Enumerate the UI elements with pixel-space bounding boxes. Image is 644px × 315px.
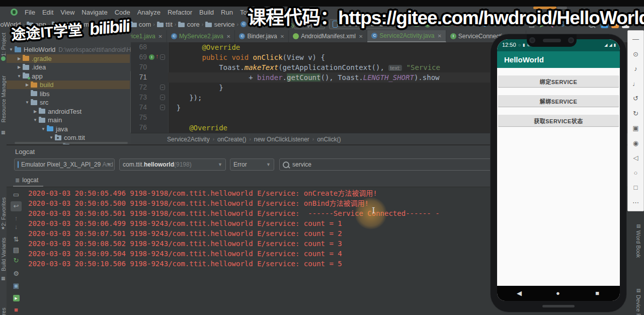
logcat-search-input[interactable]: service <box>279 159 498 171</box>
fold-icon[interactable]: − <box>160 85 165 90</box>
tab-close-icon[interactable]: ✕ <box>280 34 284 39</box>
stop-icon[interactable]: ■ <box>11 305 22 315</box>
tab-close-icon[interactable]: ✕ <box>437 33 441 39</box>
logcat-tab[interactable]: ≣ logcat <box>15 177 38 184</box>
tree-row-androidTest[interactable]: ▶androidTest <box>7 107 130 116</box>
screenshot-icon[interactable]: ▣ <box>11 281 22 291</box>
collapse-icon[interactable]: ⇅ <box>11 234 22 245</box>
more-icon[interactable]: ⋯ <box>628 195 643 210</box>
emulator-screen[interactable]: 12:50 ◌▮⊘ ◢◢▮ HelloWorld ◀●■ 绑定SERVICE解绑… <box>497 39 620 301</box>
editor-tab-Service2Activityjava[interactable]: CService2Activity.java✕ <box>367 30 446 42</box>
tree-row-main[interactable]: ▼main <box>7 116 130 124</box>
settings-icon[interactable]: ⚙ <box>11 269 22 279</box>
minimize-icon[interactable]: — <box>628 32 643 47</box>
editor-tab-AndroidManifestxml[interactable]: AndroidManifest.xml✕ <box>289 30 367 42</box>
fold-icon[interactable]: − <box>160 105 165 110</box>
location-icon[interactable]: ◉ <box>628 136 643 151</box>
editor-breadcrumb-item[interactable]: onCreate() <box>217 136 246 143</box>
editor-tab-MyService2java[interactable]: CMyService2.java✕ <box>167 30 235 42</box>
tree-arrow-icon[interactable]: ▶ <box>33 109 38 114</box>
tool-tab-layout-captures[interactable]: Layout Captures <box>1 283 7 315</box>
tree-row-idea[interactable]: ▶.idea <box>7 63 130 71</box>
tool-tab-favorites[interactable]: 2: Favorites <box>1 197 7 226</box>
project-tool-icon[interactable] <box>1 56 6 61</box>
nav-home-icon[interactable]: ● <box>556 286 560 301</box>
editor-breadcrumb-item[interactable]: new OnClickListener <box>254 136 309 143</box>
menu-item-analyze[interactable]: Analyze <box>134 7 164 18</box>
tree-row-gradle[interactable]: ▶.gradle <box>7 54 130 63</box>
menu-item-file[interactable]: File <box>21 7 39 18</box>
menu-item-navigate[interactable]: Navigate <box>78 7 111 18</box>
power-icon[interactable]: ⊙ <box>628 47 643 62</box>
tree-arrow-icon[interactable]: ▼ <box>25 100 30 105</box>
app-button-3[interactable]: 获取SERVICE状态 <box>498 115 619 126</box>
tree-row-java[interactable]: ▼java <box>7 125 130 133</box>
emulator-toolbar: —⊙♪♩↺↻▣◉◁○□⋯ <box>627 30 644 211</box>
editor-tab-Binderjava[interactable]: CBinder.java✕ <box>235 30 289 42</box>
scroll-down-icon[interactable]: ↓ <box>11 222 22 232</box>
soft-wrap-icon[interactable]: ↩ <box>11 201 22 211</box>
menu-item-build[interactable]: Build <box>196 7 217 18</box>
menu-item-edit[interactable]: Edit <box>39 7 57 18</box>
favorites-star-icon[interactable]: ★ <box>1 225 5 230</box>
tool-tab-word-book[interactable]: ▤Word Book <box>635 223 641 258</box>
tree-row-libs[interactable]: libs <box>7 90 130 98</box>
logcat-process-selector[interactable]: com.ttit.helloworld (9198) ▼ <box>119 159 226 171</box>
tab-close-icon[interactable]: ✕ <box>226 34 230 39</box>
screenshot-icon[interactable]: ▣ <box>628 121 643 136</box>
tree-row-app[interactable]: ▼app <box>7 72 130 81</box>
tree-row-build[interactable]: ▶build <box>7 81 130 89</box>
restart-icon[interactable]: ↻ <box>11 256 22 266</box>
breadcrumb-item[interactable]: ›core <box>173 21 200 28</box>
menu-item-refactor[interactable]: Refactor <box>164 7 196 18</box>
volume-down-icon[interactable]: ♩ <box>628 76 643 92</box>
tree-row-comttit[interactable]: ▼com.ttit <box>7 133 130 142</box>
tool-tab-resource-manager[interactable]: Resource Manager <box>1 75 7 123</box>
nav-overview-icon[interactable]: ■ <box>595 286 599 301</box>
back-icon[interactable]: ◁ <box>628 150 643 166</box>
breadcrumb-item[interactable]: ›ttit <box>151 21 172 28</box>
tree-arrow-icon[interactable]: ▼ <box>9 47 14 52</box>
fold-icon[interactable]: − <box>160 54 165 60</box>
logcat-device-selector[interactable]: Emulator Pixel_3_XL_API_29 And ▼ <box>14 159 115 171</box>
menu-item-view[interactable]: View <box>57 7 78 18</box>
editor-breadcrumb-item[interactable]: onClick() <box>317 136 341 143</box>
fold-icon[interactable]: − <box>160 95 165 100</box>
tree-row-HelloWorld[interactable]: ▼HelloWorldD:\workspace\ttit\android\H <box>7 45 130 54</box>
override-marker-icon[interactable]: I <box>149 54 154 60</box>
rotate-right-icon[interactable]: ↻ <box>628 106 643 121</box>
app-button-1[interactable]: 绑定SERVICE <box>498 75 619 87</box>
resource-manager-icon[interactable]: ▦ <box>1 130 6 135</box>
tab-close-icon[interactable]: ✕ <box>158 34 163 39</box>
android-file-icon <box>293 33 299 39</box>
rotate-left-icon[interactable]: ↺ <box>628 91 643 106</box>
tree-arrow-icon[interactable]: ▼ <box>49 135 54 140</box>
editor-tab-rvice1java[interactable]: rvice1.java✕ <box>131 30 167 42</box>
clear-logcat-icon[interactable]: ▭ <box>11 190 22 200</box>
tree-arrow-icon[interactable]: ▼ <box>41 127 46 131</box>
tool-tab-build-variants[interactable]: Build Variants <box>1 238 7 271</box>
tree-row-src[interactable]: ▼src <box>7 98 130 107</box>
print-icon[interactable]: ▤ <box>11 245 22 255</box>
overview-icon[interactable]: □ <box>628 180 643 195</box>
layout-captures-icon[interactable]: ▦ <box>1 276 6 281</box>
project-horizontal-scrollbar[interactable] <box>15 142 128 144</box>
editor-breadcrumb-item[interactable]: Service2Activity <box>167 136 210 143</box>
tab-close-icon[interactable]: ✕ <box>359 34 363 39</box>
tree-arrow-icon[interactable]: ▶ <box>17 65 22 69</box>
screen-record-icon[interactable]: ▶ <box>11 292 22 302</box>
menu-item-code[interactable]: Code <box>111 7 134 18</box>
home-icon[interactable]: ○ <box>628 166 643 181</box>
logcat-level-selector[interactable]: Error▼ <box>230 159 274 171</box>
tool-tab-project[interactable]: 1: Project <box>1 33 7 56</box>
volume-up-icon[interactable]: ♪ <box>628 61 643 76</box>
menu-item-run[interactable]: Run <box>217 7 236 18</box>
app-button-2[interactable]: 解绑SERVICE <box>498 95 619 107</box>
nav-back-icon[interactable]: ◀ <box>517 286 522 301</box>
tree-arrow-icon[interactable]: ▶ <box>25 83 30 87</box>
tree-arrow-icon[interactable]: ▼ <box>33 118 38 122</box>
tree-arrow-icon[interactable]: ▼ <box>17 74 22 78</box>
breadcrumb-item[interactable]: ›service <box>200 21 235 28</box>
tree-arrow-icon[interactable]: ▶ <box>17 56 22 61</box>
tool-tab-device-file-explorer[interactable]: ▤Device File Explorer <box>635 288 641 315</box>
